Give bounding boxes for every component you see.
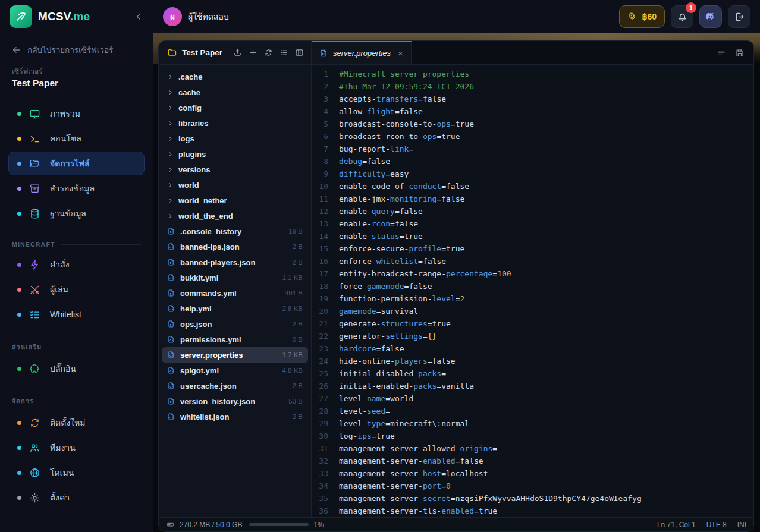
tree-folder-row[interactable]: config <box>162 100 308 115</box>
tab-close-icon[interactable]: × <box>398 49 403 58</box>
collapse-panel-icon[interactable] <box>295 48 304 57</box>
list-icon[interactable] <box>279 48 288 57</box>
code-line[interactable]: 19function-permission-level=2 <box>312 292 753 305</box>
code-line[interactable]: 4allow-flight=false <box>312 105 753 118</box>
tree-file-row[interactable]: permissions.yml0 B <box>162 332 308 347</box>
logout-button[interactable] <box>728 5 750 28</box>
credits-button[interactable]: ฿60 <box>619 5 665 28</box>
code-line[interactable]: 21generate-structures=true <box>312 317 753 330</box>
tree-folder-row[interactable]: .cache <box>162 69 308 84</box>
code-editor[interactable]: 1#Minecraft server properties2#Thu Mar 1… <box>312 65 753 517</box>
sidebar-item-backup[interactable]: สำรองข้อมูล <box>8 177 145 200</box>
code-line[interactable]: 30log-ips=true <box>312 430 753 442</box>
tree-folder-row[interactable]: cache <box>162 84 308 100</box>
code-line[interactable]: 17entity-broadcast-range-percentage=100 <box>312 267 753 280</box>
code-line[interactable]: 24hide-online-players=false <box>312 355 753 367</box>
tree-folder-row[interactable]: versions <box>162 162 308 177</box>
tree-file-row[interactable]: spigot.yml4.8 KB <box>162 363 308 378</box>
code-line[interactable]: 20gamemode=survival <box>312 305 753 317</box>
sidebar-item-overview[interactable]: ภาพรวม <box>8 102 145 125</box>
sidebar-collapse-button[interactable] <box>134 12 143 21</box>
code-line[interactable]: 35management-server-secret=nzqsiPfxWyvva… <box>312 492 753 505</box>
sidebar-item-console[interactable]: คอนโซล <box>8 127 145 150</box>
storage-text: 270.2 MB / 50.0 GB <box>180 521 242 529</box>
sidebar-item-whitelist[interactable]: Whitelist <box>8 303 145 326</box>
notifications-button[interactable]: 1 <box>671 5 693 28</box>
tree-file-row[interactable]: help.yml2.8 KB <box>162 301 308 316</box>
code-line[interactable]: 27level-name=world <box>312 392 753 405</box>
user-menu[interactable]: ผ ผู้ใช้ทดสอบ <box>163 7 229 26</box>
sidebar-item-domain[interactable]: โดเมน <box>8 461 145 484</box>
code-line[interactable]: 22generator-settings={} <box>312 330 753 342</box>
sidebar-item-reinstall[interactable]: ติดตั้งใหม่ <box>8 411 145 435</box>
tree-file-row[interactable]: bukkit.yml1.1 KB <box>162 270 308 285</box>
tree-folder-row[interactable]: world_nether <box>162 193 308 208</box>
line-content: difficulty=easy <box>339 168 409 180</box>
code-line[interactable]: 33management-server-host=localhost <box>312 467 753 480</box>
sidebar-item-files[interactable]: จัดการไฟล์ <box>8 152 145 175</box>
editor-tabbar: server.properties × <box>312 41 753 65</box>
code-line[interactable]: 23hardcore=false <box>312 342 753 355</box>
code-line[interactable]: 14enable-status=true <box>312 230 753 243</box>
sidebar-item-commands[interactable]: คำสั่ง <box>8 253 145 276</box>
tree-file-row[interactable]: ops.json2 B <box>162 316 308 332</box>
code-line[interactable]: 18force-gamemode=false <box>312 280 753 292</box>
notification-badge: 1 <box>686 2 696 13</box>
line-number: 15 <box>312 243 339 255</box>
language-mode[interactable]: INI <box>737 521 746 529</box>
save-icon[interactable] <box>735 48 745 58</box>
add-icon[interactable] <box>249 48 257 57</box>
code-line[interactable]: 5broadcast-console-to-ops=true <box>312 118 753 130</box>
code-line[interactable]: 32management-server-enabled=false <box>312 455 753 467</box>
sidebar-item-settings[interactable]: ตั้งค่า <box>8 486 145 509</box>
line-content: broadcast-rcon-to-ops=true <box>339 130 460 143</box>
code-line[interactable]: 2#Thu Mar 12 09:59:24 ICT 2026 <box>312 80 753 93</box>
code-line[interactable]: 29level-type=minecraft\:normal <box>312 417 753 430</box>
tree-file-row[interactable]: whitelist.json2 B <box>162 409 308 424</box>
tree-folder-row[interactable]: libraries <box>162 115 308 131</box>
code-line[interactable]: 6broadcast-rcon-to-ops=true <box>312 130 753 143</box>
tree-file-row[interactable]: commands.yml491 B <box>162 285 308 301</box>
editor-tab-server-properties[interactable]: server.properties × <box>312 41 412 64</box>
refresh-icon[interactable] <box>264 48 273 57</box>
code-line[interactable]: 13enable-rcon=false <box>312 218 753 230</box>
code-line[interactable]: 28level-seed= <box>312 405 753 417</box>
sidebar-item-players[interactable]: ผู้เล่น <box>8 278 145 301</box>
code-line[interactable]: 1#Minecraft server properties <box>312 68 753 80</box>
word-wrap-icon[interactable] <box>717 48 726 58</box>
sidebar-item-database[interactable]: ฐานข้อมูล <box>8 202 145 225</box>
code-line[interactable]: 10enable-code-of-conduct=false <box>312 180 753 193</box>
code-line[interactable]: 8debug=false <box>312 155 753 168</box>
file-icon <box>167 382 175 390</box>
code-line[interactable]: 11enable-jmx-monitoring=false <box>312 193 753 205</box>
tree-file-row[interactable]: usercache.json2 B <box>162 378 308 394</box>
tree-file-row[interactable]: banned-ips.json2 B <box>162 239 308 254</box>
code-line[interactable]: 3accepts-transfers=false <box>312 93 753 105</box>
encoding[interactable]: UTF-8 <box>706 521 727 529</box>
code-line[interactable]: 15enforce-secure-profile=true <box>312 243 753 255</box>
code-line[interactable]: 36management-server-tls-enabled=true <box>312 505 753 517</box>
code-line[interactable]: 25initial-disabled-packs= <box>312 367 753 380</box>
code-line[interactable]: 12enable-query=false <box>312 205 753 218</box>
code-line[interactable]: 26initial-enabled-packs=vanilla <box>312 380 753 392</box>
tree-file-row[interactable]: banned-players.json2 B <box>162 254 308 270</box>
users-icon <box>29 442 40 454</box>
code-line[interactable]: 7bug-report-link= <box>312 143 753 155</box>
tree-folder-row[interactable]: world <box>162 177 308 193</box>
code-line[interactable]: 34management-server-port=0 <box>312 480 753 492</box>
tree-file-row[interactable]: version_history.json53 B <box>162 394 308 409</box>
cursor-position[interactable]: Ln 71, Col 1 <box>657 521 696 529</box>
upload-icon[interactable] <box>233 48 242 57</box>
tree-folder-row[interactable]: world_the_end <box>162 208 308 223</box>
code-line[interactable]: 9difficulty=easy <box>312 168 753 180</box>
tree-file-row[interactable]: server.properties1.7 KB <box>162 347 308 363</box>
tree-file-row[interactable]: .console_history19 B <box>162 223 308 239</box>
sidebar-item-plugins[interactable]: ปลั๊กอิน <box>8 357 145 380</box>
discord-button[interactable] <box>699 5 722 28</box>
tree-folder-row[interactable]: plugins <box>162 146 308 162</box>
tree-folder-row[interactable]: logs <box>162 131 308 146</box>
back-to-servers-link[interactable]: กลับไปรายการเซิร์ฟเวอร์ <box>0 43 153 57</box>
sidebar-item-team[interactable]: ทีมงาน <box>8 436 145 459</box>
code-line[interactable]: 31management-server-allowed-origins= <box>312 442 753 455</box>
code-line[interactable]: 16enforce-whitelist=false <box>312 255 753 267</box>
